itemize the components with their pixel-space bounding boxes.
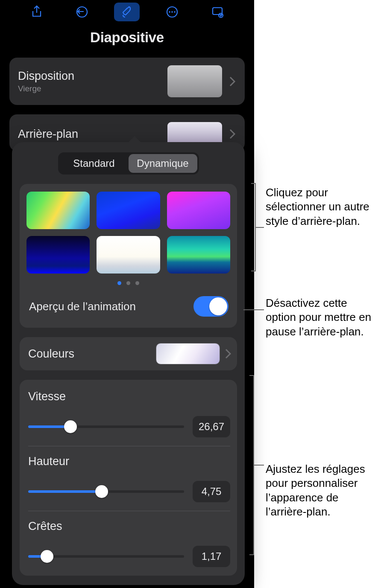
vitesse-value[interactable]: 26,67 xyxy=(193,416,230,437)
chevron-right-icon xyxy=(224,348,232,360)
format-panel: Diapositive Disposition Vierge Arrière-p… xyxy=(0,23,254,160)
disposition-row[interactable]: Disposition Vierge xyxy=(9,58,245,105)
present-button[interactable] xyxy=(205,3,230,21)
svg-point-2 xyxy=(169,11,171,13)
more-icon xyxy=(165,5,179,19)
svg-point-3 xyxy=(172,11,173,13)
hauteur-label: Hauteur xyxy=(28,455,230,468)
hauteur-knob[interactable] xyxy=(95,485,108,498)
style-swatch-5[interactable] xyxy=(97,236,160,274)
cretes-value[interactable]: 1,17 xyxy=(193,546,230,567)
colors-row[interactable]: Couleurs xyxy=(20,337,237,370)
sliders-card: Vitesse 26,67 Hauteur 4,75 Crêtes xyxy=(20,380,237,576)
cretes-knob[interactable] xyxy=(41,550,53,563)
style-swatch-1[interactable] xyxy=(26,192,90,229)
style-swatch-3[interactable] xyxy=(167,192,230,229)
share-icon xyxy=(29,5,44,19)
animation-preview-switch[interactable] xyxy=(193,296,229,317)
animation-preview-label: Aperçu de l’animation xyxy=(29,300,136,313)
cretes-label: Crêtes xyxy=(28,520,230,533)
pager-dot-2[interactable] xyxy=(126,281,130,285)
callout-styles: Cliquez pour sélectionner un autre style… xyxy=(266,186,372,228)
format-brush-icon xyxy=(120,5,134,19)
background-style-grid xyxy=(26,192,230,274)
callout-switch: Désactivez cette option pour mettre en p… xyxy=(266,296,372,339)
segment-standard[interactable]: Standard xyxy=(60,154,129,173)
switch-knob xyxy=(209,297,227,315)
undo-icon xyxy=(75,5,89,19)
panel-title: Diapositive xyxy=(9,29,245,46)
hauteur-slider[interactable] xyxy=(28,490,184,493)
chevron-right-icon xyxy=(229,128,236,140)
callouts-layer: Cliquez pour sélectionner un autre style… xyxy=(243,0,372,588)
callout-sliders: Ajustez les réglages pour personnaliser … xyxy=(266,462,372,519)
background-styles-card: Aperçu de l’animation xyxy=(20,184,237,328)
disposition-label: Disposition xyxy=(18,70,167,83)
arriere-plan-label: Arrière-plan xyxy=(18,128,167,141)
disposition-sublabel: Vierge xyxy=(18,84,167,93)
slider-hauteur: Hauteur 4,75 xyxy=(28,446,230,511)
pager-dot-3[interactable] xyxy=(135,281,139,285)
vitesse-label: Vitesse xyxy=(28,390,230,403)
chevron-right-icon xyxy=(229,76,236,87)
style-swatch-4[interactable] xyxy=(26,236,90,274)
format-button[interactable] xyxy=(114,3,140,21)
hauteur-fill xyxy=(28,490,102,493)
vitesse-slider[interactable] xyxy=(28,425,184,428)
vitesse-knob[interactable] xyxy=(64,420,77,433)
disposition-thumb xyxy=(167,65,222,97)
style-pager[interactable] xyxy=(26,281,230,285)
background-popover: Standard Dynamique Aperçu de l’animation… xyxy=(12,142,245,585)
cretes-slider[interactable] xyxy=(28,555,184,558)
undo-button[interactable] xyxy=(69,3,95,21)
top-toolbar xyxy=(0,0,254,23)
svg-point-4 xyxy=(174,11,176,13)
present-icon xyxy=(210,5,225,19)
background-mode-segmented[interactable]: Standard Dynamique xyxy=(58,152,199,175)
slider-vitesse: Vitesse 26,67 xyxy=(28,387,230,446)
segment-dynamique[interactable]: Dynamique xyxy=(129,154,197,173)
share-button[interactable] xyxy=(24,3,50,21)
pager-dot-1[interactable] xyxy=(117,281,121,285)
colors-swatch[interactable] xyxy=(156,343,220,364)
more-button[interactable] xyxy=(159,3,185,21)
style-swatch-2[interactable] xyxy=(97,192,160,229)
slider-cretes: Crêtes 1,17 xyxy=(28,511,230,570)
colors-label: Couleurs xyxy=(28,347,156,361)
style-swatch-6[interactable] xyxy=(167,236,230,274)
hauteur-value[interactable]: 4,75 xyxy=(193,481,230,502)
